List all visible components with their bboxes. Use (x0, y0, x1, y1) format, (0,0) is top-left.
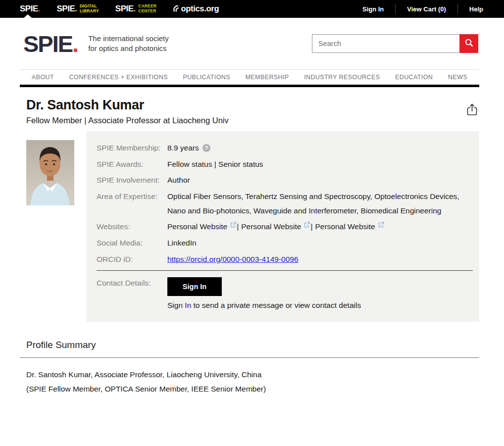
personal-website-link-2[interactable]: Personal Website (241, 220, 301, 234)
profile-photo (26, 140, 87, 207)
signal-arcs-icon (173, 5, 180, 14)
topbar-digital-library-link[interactable]: SPIE. DIGITAL LIBRARY (56, 0, 99, 18)
nav-education[interactable]: EDUCATION (395, 74, 433, 81)
expertise-row: Area of Expertise: Optical Fiber Sensors… (97, 190, 473, 218)
sign-in-note: Sign In to send a private message or vie… (167, 299, 473, 312)
websites-row: Websites: Personal Website | Personal We… (97, 220, 473, 234)
site-header: SPIE. The international society for opti… (0, 18, 504, 69)
nav-news[interactable]: NEWS (448, 74, 467, 81)
profile-summary-section: Profile Summary Dr. Santosh Kumar, Assoc… (20, 340, 479, 396)
digital-library-label: DIGITAL LIBRARY (80, 4, 99, 14)
help-tooltip-icon[interactable]: ? (202, 144, 210, 152)
help-link[interactable]: Help (458, 5, 483, 13)
spie-logo[interactable]: SPIE. (23, 32, 79, 55)
expertise-value: Optical Fiber Sensors, Terahertz Sensing… (167, 190, 473, 218)
field-label: Social Media: (97, 236, 167, 250)
topbar-optics-org-link[interactable]: optics.org (173, 4, 219, 14)
top-black-bar: SPIE. SPIE. DIGITAL LIBRARY SPIE. CAREER… (0, 0, 504, 18)
personal-website-link-1[interactable]: Personal Website (167, 220, 227, 234)
photo-column (26, 131, 87, 207)
contact-details-value: Sign In Sign In to send a private messag… (167, 276, 473, 312)
share-icon (466, 110, 478, 118)
social-media-row: Social Media: LinkedIn (97, 236, 473, 250)
nav-publications[interactable]: PUBLICATIONS (183, 74, 230, 81)
topbar-user-links: Sign In View Cart (0) Help (351, 4, 483, 14)
orcid-link[interactable]: https://orcid.org/0000-0003-4149-0096 (167, 255, 299, 263)
field-label: Websites: (97, 220, 167, 234)
external-link-icon (378, 218, 384, 233)
involvement-row: SPIE Involvement: Author (97, 173, 473, 188)
spie-wordmark: SPIE. (115, 4, 136, 14)
search-button[interactable] (459, 34, 478, 53)
page-title: Dr. Santosh Kumar (26, 98, 479, 113)
nav-industry-resources[interactable]: INDUSTRY RESOURCES (304, 74, 380, 81)
personal-website-link-3[interactable]: Personal Website (315, 220, 375, 234)
involvement-value: Author (167, 173, 473, 188)
field-label: SPIE Awards: (97, 157, 167, 172)
sign-in-link[interactable]: Sign In (351, 5, 395, 13)
awards-value: Fellow status | Senior status (167, 157, 473, 172)
share-button[interactable] (466, 103, 478, 118)
field-label: ORCID iD: (97, 252, 167, 267)
linkedin-link[interactable]: LinkedIn (167, 236, 473, 250)
profile-subtitle: Fellow Member | Associate Professor at L… (26, 116, 479, 125)
spie-wordmark: SPIE. (56, 4, 77, 14)
summary-text: Dr. Santosh Kumar, Associate Professor, … (20, 368, 479, 396)
section-divider (20, 357, 479, 358)
search-bar (312, 34, 478, 53)
external-link-icon (230, 218, 236, 233)
active-tab-indicator (23, 14, 32, 18)
search-icon (464, 38, 474, 49)
search-input[interactable] (312, 34, 459, 53)
field-label: SPIE Membership: (97, 141, 167, 155)
awards-row: SPIE Awards: Fellow status | Senior stat… (97, 157, 473, 172)
membership-row: SPIE Membership: 8.9 years ? (97, 141, 473, 155)
main-navigation: ABOUT CONFERENCES + EXHIBITIONS PUBLICAT… (20, 69, 479, 87)
orcid-row: ORCID iD: https://orcid.org/0000-0003-41… (97, 252, 473, 267)
websites-value: Personal Website | Personal Website | (167, 220, 473, 234)
nav-conferences-exhibitions[interactable]: CONFERENCES + EXHIBITIONS (69, 74, 168, 81)
spie-wordmark: SPIE. (20, 4, 40, 14)
spie-tagline: The international society for optics and… (88, 34, 169, 54)
nav-membership[interactable]: MEMBERSHIP (246, 74, 289, 81)
topbar-career-center-link[interactable]: SPIE. CAREER CENTER (115, 0, 157, 18)
sign-in-button[interactable]: Sign In (167, 277, 222, 296)
profile-header: Dr. Santosh Kumar Fellow Member | Associ… (26, 87, 479, 125)
nav-about[interactable]: ABOUT (32, 74, 54, 81)
member-info-card: SPIE Membership: 8.9 years ? SPIE Awards… (87, 131, 479, 322)
career-center-label: CAREER CENTER (138, 4, 156, 14)
field-label: SPIE Involvement: (97, 173, 167, 188)
topbar-spie-home-link[interactable]: SPIE. (20, 0, 40, 18)
topbar-brand-links: SPIE. SPIE. DIGITAL LIBRARY SPIE. CAREER… (20, 0, 219, 18)
membership-value: 8.9 years ? (167, 141, 473, 155)
profile-body: SPIE Membership: 8.9 years ? SPIE Awards… (26, 131, 479, 322)
field-label: Contact Details: (97, 276, 167, 291)
optics-org-label: optics.org (181, 4, 219, 13)
contact-details-row: Contact Details: Sign In Sign In to send… (97, 276, 473, 312)
section-heading: Profile Summary (20, 340, 479, 350)
field-label: Area of Expertise: (97, 190, 167, 204)
card-divider (97, 270, 473, 271)
external-link-icon (304, 218, 310, 233)
view-cart-link[interactable]: View Cart (0) (396, 5, 457, 13)
